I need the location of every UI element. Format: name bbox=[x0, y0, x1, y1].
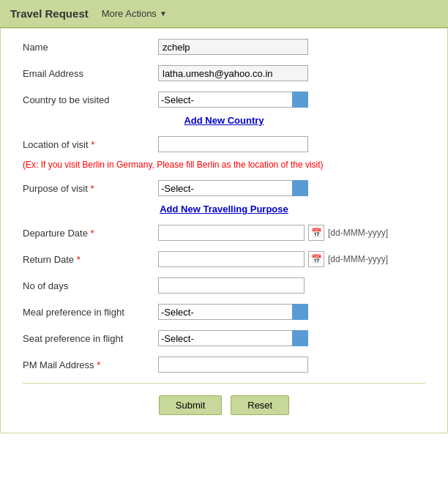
form-container: Name Email Address Country to be visited… bbox=[0, 28, 448, 433]
purpose-select-container: -Select- bbox=[158, 180, 308, 196]
add-country-row: Add New Country bbox=[23, 115, 425, 126]
reset-button[interactable]: Reset bbox=[231, 395, 289, 415]
seat-label: Seat preference in flight bbox=[23, 333, 158, 344]
departure-row: Departure Date * 📅 [dd-MMM-yyyy] bbox=[23, 225, 425, 241]
country-row: Country to be visited -Select- bbox=[23, 92, 425, 108]
form-footer: Submit Reset bbox=[23, 383, 425, 425]
header-bar: Travel Request More Actions ▼ bbox=[0, 0, 448, 28]
page-title: Travel Request bbox=[10, 7, 89, 20]
seat-select-wrapper: -Select- bbox=[158, 330, 425, 346]
seat-select-container: -Select- bbox=[158, 330, 308, 346]
return-date-format: [dd-MMM-yyyy] bbox=[328, 254, 388, 264]
location-required: * bbox=[91, 139, 94, 150]
name-label: Name bbox=[23, 42, 158, 53]
return-input-wrapper: 📅 [dd-MMM-yyyy] bbox=[158, 251, 425, 267]
country-select-container: -Select- bbox=[158, 92, 308, 108]
location-label: Location of visit * bbox=[23, 139, 158, 150]
location-input[interactable] bbox=[158, 136, 308, 152]
purpose-select[interactable]: -Select- bbox=[158, 180, 308, 196]
purpose-select-wrapper: -Select- bbox=[158, 180, 425, 196]
seat-select[interactable]: -Select- bbox=[158, 330, 308, 346]
return-required: * bbox=[77, 254, 81, 265]
departure-label: Departure Date * bbox=[23, 228, 158, 239]
return-row: Return Date * 📅 [dd-MMM-yyyy] bbox=[23, 251, 425, 267]
return-label: Return Date * bbox=[23, 254, 158, 265]
meal-select-container: -Select- bbox=[158, 304, 308, 320]
no-of-days-row: No of days bbox=[23, 277, 425, 294]
email-label: Email Address bbox=[23, 68, 158, 79]
pm-mail-label: PM Mail Address * bbox=[23, 359, 158, 370]
email-row: Email Address bbox=[23, 65, 425, 81]
name-input[interactable] bbox=[158, 39, 308, 55]
departure-calendar-icon[interactable]: 📅 bbox=[308, 225, 324, 241]
purpose-label: Purpose of visit * bbox=[23, 183, 158, 194]
pm-mail-input[interactable] bbox=[158, 357, 308, 373]
no-of-days-input-wrapper bbox=[158, 277, 425, 294]
email-input-wrapper bbox=[158, 65, 425, 81]
add-country-link[interactable]: Add New Country bbox=[184, 115, 264, 126]
seat-row: Seat preference in flight -Select- bbox=[23, 330, 425, 346]
add-purpose-link[interactable]: Add New Travelling Purpose bbox=[160, 204, 288, 214]
country-select-wrapper: -Select- bbox=[158, 92, 425, 108]
return-calendar-icon[interactable]: 📅 bbox=[308, 251, 324, 267]
submit-button[interactable]: Submit bbox=[159, 395, 222, 415]
name-input-wrapper bbox=[158, 39, 425, 55]
pm-mail-required: * bbox=[97, 359, 100, 370]
pm-mail-row: PM Mail Address * bbox=[23, 357, 425, 373]
meal-select[interactable]: -Select- bbox=[158, 304, 308, 320]
country-select[interactable]: -Select- bbox=[158, 92, 308, 108]
pm-mail-input-wrapper bbox=[158, 357, 425, 373]
app-container: Travel Request More Actions ▼ Name Email… bbox=[0, 0, 448, 433]
location-row: Location of visit * bbox=[23, 136, 425, 152]
location-input-wrapper bbox=[158, 136, 425, 152]
no-of-days-input[interactable] bbox=[158, 277, 305, 294]
name-row: Name bbox=[23, 39, 425, 55]
more-actions-arrow: ▼ bbox=[160, 10, 167, 18]
purpose-row: Purpose of visit * -Select- bbox=[23, 180, 425, 196]
location-hint: (Ex: If you visit Berlin in Germany, Ple… bbox=[23, 160, 425, 170]
more-actions-label: More Actions bbox=[102, 8, 157, 19]
return-date-wrapper: 📅 [dd-MMM-yyyy] bbox=[158, 251, 425, 267]
departure-date-wrapper: 📅 [dd-MMM-yyyy] bbox=[158, 225, 425, 241]
departure-date-format: [dd-MMM-yyyy] bbox=[328, 228, 388, 238]
return-date-input[interactable] bbox=[158, 251, 305, 267]
email-input[interactable] bbox=[158, 65, 308, 81]
purpose-required: * bbox=[91, 183, 94, 194]
more-actions-menu[interactable]: More Actions ▼ bbox=[102, 8, 167, 19]
meal-label: Meal preference in flight bbox=[23, 307, 158, 318]
country-label: Country to be visited bbox=[23, 94, 158, 105]
departure-input-wrapper: 📅 [dd-MMM-yyyy] bbox=[158, 225, 425, 241]
no-of-days-label: No of days bbox=[23, 280, 158, 291]
departure-date-input[interactable] bbox=[158, 225, 305, 241]
meal-row: Meal preference in flight -Select- bbox=[23, 304, 425, 320]
add-purpose-row: Add New Travelling Purpose bbox=[23, 204, 425, 214]
meal-select-wrapper: -Select- bbox=[158, 304, 425, 320]
departure-required: * bbox=[91, 228, 94, 239]
